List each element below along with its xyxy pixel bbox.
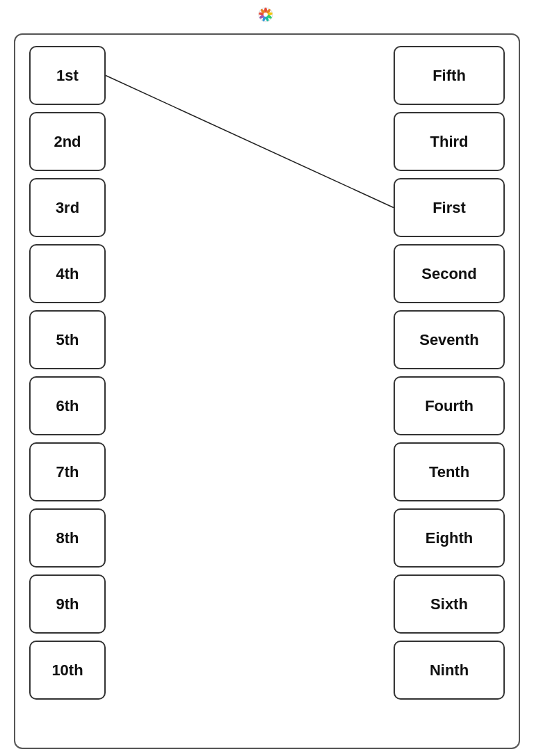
number-box-1st[interactable]: 1st: [29, 46, 106, 105]
word-box-sixth[interactable]: Sixth: [394, 574, 505, 634]
left-column: 1st2nd3rd4th5th6th7th8th9th10th: [29, 46, 106, 700]
number-box-6th[interactable]: 6th: [29, 376, 106, 435]
number-box-2nd[interactable]: 2nd: [29, 112, 106, 171]
word-box-seventh[interactable]: Seventh: [394, 310, 505, 369]
match-line-1st-first: [106, 76, 394, 208]
columns-wrapper: 1st2nd3rd4th5th6th7th8th9th10th FifthThi…: [29, 46, 505, 700]
word-box-fourth[interactable]: Fourth: [394, 376, 505, 435]
word-box-fifth[interactable]: Fifth: [394, 46, 505, 105]
number-box-9th[interactable]: 9th: [29, 574, 106, 634]
word-box-third[interactable]: Third: [394, 112, 505, 171]
number-box-7th[interactable]: 7th: [29, 442, 106, 501]
worksheet-header: [14, 7, 520, 28]
word-box-second[interactable]: Second: [394, 244, 505, 303]
number-box-5th[interactable]: 5th: [29, 310, 106, 369]
word-box-tenth[interactable]: Tenth: [394, 442, 505, 501]
number-box-3rd[interactable]: 3rd: [29, 178, 106, 237]
word-box-ninth[interactable]: Ninth: [394, 641, 505, 700]
svg-point-10: [264, 13, 268, 17]
right-column: FifthThirdFirstSecondSeventhFourthTenthE…: [394, 46, 505, 700]
worksheet-area: 1st2nd3rd4th5th6th7th8th9th10th FifthThi…: [14, 33, 520, 749]
logo-row: [258, 7, 276, 22]
number-box-8th[interactable]: 8th: [29, 508, 106, 568]
logo-icon: [258, 7, 273, 22]
word-box-eighth[interactable]: Eighth: [394, 508, 505, 568]
word-box-first[interactable]: First: [394, 178, 505, 237]
number-box-10th[interactable]: 10th: [29, 641, 106, 700]
number-box-4th[interactable]: 4th: [29, 244, 106, 303]
